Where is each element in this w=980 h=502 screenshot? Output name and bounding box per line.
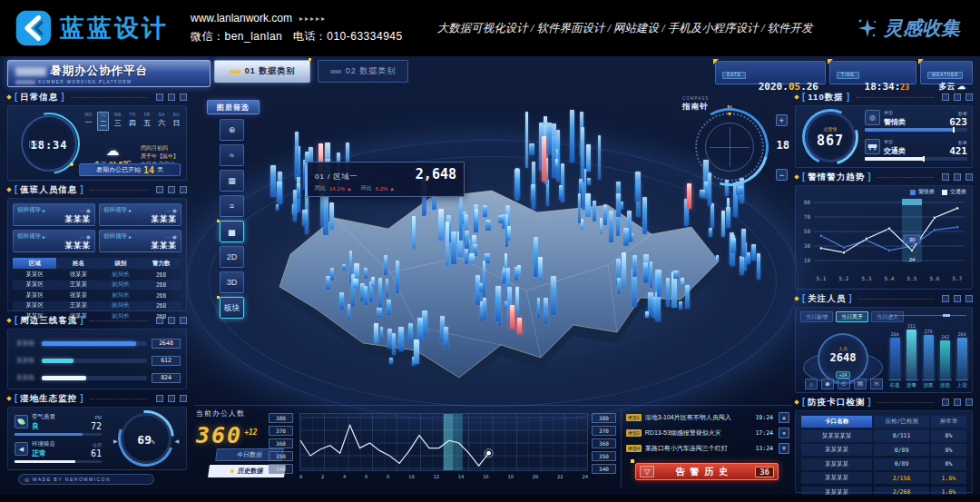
alert-history-banner[interactable]: ▽ 告警历史 36 xyxy=(635,463,779,480)
status-dot-icon[interactable]: ◉ xyxy=(172,233,177,240)
alert-row[interactable]: 类型1湿地3-104片区有不明人员闯入19:24 xyxy=(626,412,773,423)
expand-icon[interactable] xyxy=(180,94,187,101)
minimize-icon[interactable] xyxy=(156,186,163,193)
expand-icon[interactable] xyxy=(965,173,973,181)
inspiration-collect[interactable]: 灵感收集 xyxy=(857,15,960,41)
scroll-up-icon[interactable]: ▲ xyxy=(779,412,789,423)
status-dot-icon[interactable]: ◉ xyxy=(86,233,91,240)
gauge-unit: % xyxy=(152,438,155,445)
weekday-MO: MO一 xyxy=(83,112,94,131)
checkpoint-cell: 某某某某 xyxy=(801,472,872,484)
zoom-out-button[interactable]: − xyxy=(776,169,788,181)
vehicle-icon xyxy=(865,139,880,154)
minimize-icon[interactable] xyxy=(942,94,949,101)
window-icon[interactable] xyxy=(168,94,175,101)
alert-row[interactable]: 类型2RD13-53烟感报警疑似火灾17:24 xyxy=(626,428,773,438)
duty-col-header[interactable]: 级别 xyxy=(101,260,142,268)
checkpoint-col-header[interactable]: 卡口名称 xyxy=(801,416,872,428)
layer-btn-bar-chart[interactable]: ▅ xyxy=(220,221,244,242)
alert-text: 湿地3-104片区有不明人员闯入 xyxy=(645,413,731,422)
mail-icon[interactable]: ✉ xyxy=(870,379,883,389)
layer-btn-blocks[interactable]: 板块 xyxy=(220,297,244,319)
home-icon[interactable]: ⌂ xyxy=(805,379,818,389)
window-icon[interactable] xyxy=(168,186,175,193)
flow-fill xyxy=(42,341,136,346)
cloud-icon: ☁ xyxy=(957,82,965,91)
duty-card[interactable]: 值班领导▸⋯◉某某某 xyxy=(99,230,181,252)
focus-tab-2[interactable]: 当日离开 xyxy=(836,311,868,322)
promo-banner: 蓝蓝设计 www.lanlanwork.com ▸▸▸▸▸ 微信：ben_lan… xyxy=(0,0,980,56)
window-icon[interactable] xyxy=(168,395,175,402)
logo-text: 蓝蓝设计 xyxy=(60,12,169,44)
layer-btn-location[interactable]: ⊕ xyxy=(220,119,244,141)
target-icon[interactable]: ⊙ xyxy=(838,379,850,389)
diamond-icon[interactable]: ◆ xyxy=(821,379,834,389)
flow-label: 某某线 xyxy=(14,374,37,382)
scroll-thumb-icon[interactable]: ● xyxy=(779,428,789,438)
minimize-icon[interactable] xyxy=(156,317,163,324)
layer-btn-grid[interactable]: ▦ xyxy=(220,170,244,192)
layer-btn-3d[interactable]: 3D xyxy=(220,271,244,293)
noise-unit: 分贝 xyxy=(91,442,102,448)
focus-bar: 279涉黑 xyxy=(922,329,935,389)
air-label: 空气质量 xyxy=(32,413,55,420)
dotted-line xyxy=(90,190,148,191)
focus-bar-chart: 264在逃311涉毒279涉黑242涉恐264上访 xyxy=(888,322,968,389)
duty-col-header[interactable]: 警力数 xyxy=(141,260,181,268)
duty-card[interactable]: 值班领导▸⋯◉某某某 xyxy=(99,203,181,226)
mom-label: 环比 xyxy=(361,184,372,192)
window-icon[interactable] xyxy=(954,173,961,181)
tab-data-category-1[interactable]: 01 数据类别 xyxy=(214,60,310,83)
minimize-icon[interactable] xyxy=(942,173,949,181)
noise-progress xyxy=(15,460,102,463)
scroll-down-icon[interactable]: ▼ xyxy=(779,443,789,454)
window-icon[interactable] xyxy=(954,399,961,406)
collect-label: 灵感收集 xyxy=(884,15,960,41)
checkpoint-col-header[interactable]: 应检/已检测 xyxy=(874,416,929,428)
tab-data-category-2[interactable]: 02 数据类别 xyxy=(318,60,408,83)
duty-card[interactable]: 值班领导▸⋯◉某某某 xyxy=(13,203,95,226)
checkpoint-col-header[interactable]: 异常率 xyxy=(931,416,966,428)
minimize-icon[interactable] xyxy=(942,399,949,406)
duty-col-header[interactable]: 姓名 xyxy=(56,260,100,268)
focus-tab-1[interactable]: 当日新增 xyxy=(800,311,833,322)
window-icon[interactable] xyxy=(954,295,961,302)
minimize-icon[interactable] xyxy=(156,94,163,101)
checkpoint-cell: 2/156 xyxy=(874,472,929,484)
checkpoint-cell: 0/89 xyxy=(874,444,929,456)
city-map[interactable] xyxy=(227,163,753,390)
layer-btn-signal[interactable]: ≈ xyxy=(220,144,244,166)
focus-gauge-delta: +24 xyxy=(836,371,850,379)
layer-btn-list[interactable]: ≡ xyxy=(220,195,244,217)
duty-card[interactable]: 值班领导▸⋯◉某某某 xyxy=(13,230,95,252)
expand-icon[interactable] xyxy=(180,317,187,324)
x-tick: 22 xyxy=(557,474,564,479)
website-link[interactable]: www.lanlanwork.com xyxy=(191,12,292,25)
compass-dial[interactable]: N xyxy=(695,113,764,182)
expand-icon[interactable] xyxy=(965,94,973,101)
zoom-in-button[interactable]: + xyxy=(776,114,788,126)
expand-icon[interactable] xyxy=(180,395,187,402)
status-dot-icon[interactable]: ◉ xyxy=(86,207,91,213)
window-icon[interactable] xyxy=(954,94,961,101)
expand-icon[interactable] xyxy=(965,399,973,406)
notice-text: 暑期办公已开始 xyxy=(96,165,141,174)
alert-row[interactable]: 类型4某路口有小汽车连闯三个红灯13:24 xyxy=(626,443,773,454)
minimize-icon[interactable] xyxy=(942,295,949,302)
expand-icon[interactable] xyxy=(965,295,973,302)
y-tick: 370 xyxy=(269,426,293,436)
panel-duty-personnel: [值班人员信息] 值班领导▸⋯◉某某某值班领导▸⋯◉某某某值班领导▸⋯◉某某某值… xyxy=(7,183,187,311)
duty-col-header[interactable]: 区域 xyxy=(13,258,56,269)
layer-icon-signal: ≈ xyxy=(230,151,234,160)
list-icon[interactable]: ▤ xyxy=(854,379,867,389)
window-icon[interactable] xyxy=(168,317,175,324)
layer-btn-2d[interactable]: 2D xyxy=(220,246,244,268)
corner-tick xyxy=(6,187,12,192)
mini-slider[interactable] xyxy=(890,315,966,316)
checkpoint-row: 某某某某某0/3110% xyxy=(801,430,966,442)
expand-icon[interactable] xyxy=(180,186,187,193)
weekday-TH: TH四 xyxy=(126,112,138,131)
focus-tab-3[interactable]: 当日进入 xyxy=(871,311,904,322)
minimize-icon[interactable] xyxy=(156,395,163,402)
status-dot-icon[interactable]: ◉ xyxy=(172,207,177,213)
